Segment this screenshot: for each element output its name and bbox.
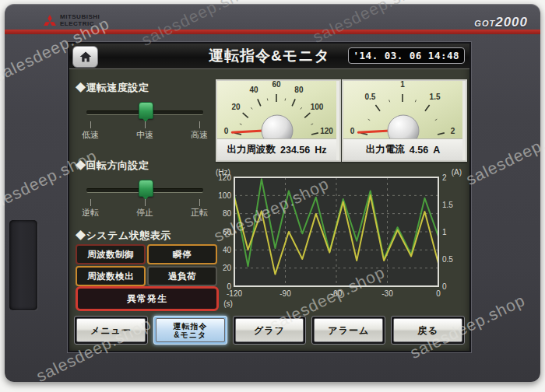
analog-meter-face: 020406080100120 bbox=[217, 81, 336, 138]
direction-section-heading: ◆回転方向設定 bbox=[76, 159, 149, 173]
speed-slider-handle[interactable] bbox=[139, 102, 153, 119]
svg-text:2: 2 bbox=[451, 127, 455, 135]
interface-cover bbox=[9, 220, 37, 310]
nav-back-button[interactable]: 戻る bbox=[391, 316, 465, 345]
speed-section-heading: ◆運転速度設定 bbox=[76, 81, 149, 95]
tick-mark bbox=[199, 199, 200, 206]
mitsubishi-logo: MITSUBISHI ELECTRIC bbox=[44, 13, 100, 27]
svg-text:1.5: 1.5 bbox=[430, 93, 441, 101]
home-icon bbox=[79, 51, 93, 63]
output-frequency-meter: 020406080100120 出力周波数 234.56 Hz bbox=[216, 79, 341, 162]
svg-text:-120: -120 bbox=[227, 289, 242, 298]
svg-text:60: 60 bbox=[272, 81, 281, 89]
svg-text:1.5: 1.5 bbox=[442, 201, 453, 209]
svg-text:100: 100 bbox=[311, 103, 324, 111]
tick-mark bbox=[90, 121, 91, 128]
svg-text:40: 40 bbox=[223, 246, 232, 254]
svg-text:0.5: 0.5 bbox=[442, 255, 453, 264]
tick-mark bbox=[199, 121, 200, 128]
meter-name: 出力電流 bbox=[366, 143, 405, 156]
meter-readout: 出力周波数 234.56 Hz bbox=[217, 138, 336, 160]
direction-label-reverse: 逆転 bbox=[75, 207, 106, 219]
three-diamond-icon bbox=[44, 15, 56, 26]
svg-text:0: 0 bbox=[350, 127, 355, 135]
svg-text:40: 40 bbox=[250, 86, 259, 94]
meter-value: 234.56 bbox=[280, 145, 310, 156]
svg-text:80: 80 bbox=[223, 209, 232, 218]
tick-mark bbox=[145, 199, 146, 206]
svg-text:-90: -90 bbox=[280, 289, 291, 298]
svg-text:0.5: 0.5 bbox=[365, 93, 376, 101]
svg-text:20: 20 bbox=[231, 103, 241, 111]
status-lamp-frequency-detect[interactable]: 周波数検出 bbox=[76, 266, 146, 286]
bezel-red-stripe bbox=[5, 30, 540, 34]
nav-operation-monitor-button[interactable]: 運転指令 &モニタ bbox=[153, 316, 227, 345]
svg-text:(s): (s) bbox=[223, 299, 233, 308]
trend-chart: 02040608010012000.511.52-120-90-60-300(H… bbox=[214, 168, 463, 314]
output-current-meter: 00.511.52 出力電流 4.56 A bbox=[342, 79, 467, 162]
home-button[interactable] bbox=[72, 46, 98, 68]
status-lamp-frequency-control[interactable]: 周波数制御 bbox=[76, 244, 146, 264]
status-section-heading: ◆システム状態表示 bbox=[76, 229, 171, 243]
got2000-logo: GOT2000 bbox=[474, 15, 528, 30]
touch-screen: 運転指令&モニタ '14. 03. 06 14:48 ◆運転速度設定 低速 中速… bbox=[68, 42, 471, 352]
svg-text:(A): (A) bbox=[452, 168, 462, 177]
svg-text:0: 0 bbox=[436, 289, 441, 298]
speed-label-high: 高速 bbox=[184, 129, 215, 141]
svg-text:80: 80 bbox=[294, 86, 304, 94]
svg-text:-60: -60 bbox=[331, 289, 343, 298]
nav-graph-button[interactable]: グラフ bbox=[233, 316, 307, 345]
speed-label-mid: 中速 bbox=[129, 129, 160, 141]
meter-unit: A bbox=[433, 145, 440, 156]
svg-text:2: 2 bbox=[442, 173, 447, 182]
direction-label-forward: 正転 bbox=[184, 207, 215, 219]
svg-text:(Hz): (Hz) bbox=[216, 168, 230, 177]
svg-text:120: 120 bbox=[320, 127, 333, 135]
direction-label-stop: 停止 bbox=[129, 207, 160, 219]
svg-text:0: 0 bbox=[224, 127, 229, 135]
svg-text:1: 1 bbox=[442, 228, 447, 236]
speed-label-low: 低速 bbox=[75, 129, 106, 141]
analog-meter-face: 00.511.52 bbox=[343, 81, 462, 138]
meter-name: 出力周波数 bbox=[227, 143, 276, 156]
title-bar: 運転指令&モニタ '14. 03. 06 14:48 bbox=[69, 44, 469, 69]
svg-text:100: 100 bbox=[218, 191, 231, 200]
bottom-navigation: メニュー 運転指令 &モニタ グラフ アラーム 戻る bbox=[69, 316, 469, 345]
nav-menu-button[interactable]: メニュー bbox=[74, 316, 148, 345]
tick-mark bbox=[145, 121, 146, 128]
tick-mark bbox=[90, 199, 91, 206]
svg-text:60: 60 bbox=[223, 228, 232, 236]
alarm-occurred-button[interactable]: 異常発生 bbox=[76, 286, 219, 311]
brand-text: MITSUBISHI ELECTRIC bbox=[60, 13, 100, 27]
svg-text:0: 0 bbox=[442, 282, 447, 291]
meter-value: 4.56 bbox=[410, 145, 428, 156]
clock-display: '14. 03. 06 14:48 bbox=[348, 47, 465, 64]
nav-alarm-button[interactable]: アラーム bbox=[311, 316, 385, 345]
svg-text:20: 20 bbox=[223, 264, 232, 272]
trend-chart-canvas: 02040608010012000.511.52-120-90-60-300(H… bbox=[214, 168, 463, 314]
meter-readout: 出力電流 4.56 A bbox=[343, 138, 462, 160]
svg-text:1: 1 bbox=[400, 81, 405, 89]
direction-slider-handle[interactable] bbox=[139, 180, 153, 197]
status-lamp-momentary-stop[interactable]: 瞬停 bbox=[147, 244, 217, 264]
svg-text:-30: -30 bbox=[382, 289, 393, 298]
meter-unit: Hz bbox=[315, 145, 326, 156]
status-lamp-overload[interactable]: 過負荷 bbox=[147, 266, 217, 286]
